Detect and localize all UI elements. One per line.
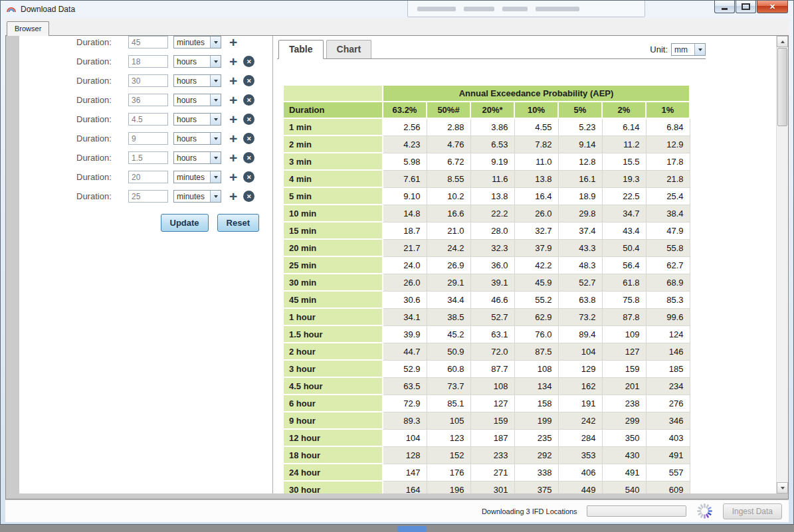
table-row: 12 hour104123187235284350403 — [283, 429, 690, 446]
add-duration-button[interactable]: + — [229, 191, 237, 203]
table-row: 15 min18.721.028.032.737.443.447.9 — [283, 222, 690, 239]
duration-unit-select[interactable]: minutes — [173, 171, 221, 183]
duration-unit-value: minutes — [174, 37, 210, 48]
duration-value-input[interactable] — [128, 113, 168, 126]
update-button[interactable]: Update — [161, 214, 209, 232]
duration-row: Duration:minutes+✕ — [76, 36, 272, 49]
scroll-up-button[interactable] — [777, 36, 788, 47]
dropdown-arrow-icon[interactable] — [210, 37, 221, 48]
minimize-button[interactable] — [714, 1, 735, 13]
column-header: 20%* — [470, 102, 514, 118]
duration-unit-value: hours — [174, 133, 210, 144]
duration-unit-select[interactable]: minutes — [173, 36, 221, 48]
duration-unit-select[interactable]: hours — [173, 74, 221, 87]
table-header-row: Duration 63.2%50%#20%*10%5%2%1% — [283, 102, 690, 118]
duration-unit-select[interactable]: hours — [173, 132, 221, 145]
remove-duration-button[interactable]: ✕ — [243, 133, 254, 144]
duration-unit-select[interactable]: hours — [173, 151, 221, 164]
dropdown-arrow-icon[interactable] — [210, 133, 221, 144]
duration-cell: 5 min — [283, 187, 383, 205]
value-cell: 63.5 — [383, 377, 427, 395]
value-cell: 52.9 — [383, 360, 427, 377]
dropdown-arrow-icon[interactable] — [210, 94, 221, 106]
value-cell: 72.9 — [383, 395, 427, 412]
value-cell: 8.55 — [427, 170, 470, 187]
dropdown-arrow-icon[interactable] — [694, 44, 705, 55]
reset-button[interactable]: Reset — [217, 214, 259, 232]
add-duration-button[interactable]: + — [229, 171, 237, 183]
duration-unit-value: hours — [174, 75, 210, 86]
add-duration-button[interactable]: + — [229, 133, 237, 145]
duration-cell: 24 hour — [283, 464, 383, 481]
duration-value-input[interactable] — [128, 190, 168, 203]
value-cell: 62.9 — [514, 308, 558, 325]
duration-unit-select[interactable]: hours — [173, 55, 221, 68]
value-cell: 17.8 — [646, 153, 690, 170]
value-cell: 238 — [602, 395, 646, 412]
table-row: 1 hour34.138.552.762.973.287.899.6 — [283, 308, 690, 325]
dropdown-arrow-icon[interactable] — [210, 171, 221, 183]
value-cell: 5.98 — [383, 153, 427, 170]
remove-duration-button[interactable]: ✕ — [243, 94, 254, 106]
add-duration-button[interactable]: + — [229, 75, 237, 87]
duration-cell: 30 hour — [283, 481, 383, 493]
dropdown-arrow-icon[interactable] — [210, 114, 221, 125]
duration-unit-select[interactable]: minutes — [173, 190, 221, 203]
dropdown-arrow-icon[interactable] — [210, 75, 221, 86]
vertical-scrollbar[interactable] — [776, 36, 788, 493]
value-cell: 45.2 — [427, 325, 470, 343]
duration-unit-select[interactable]: hours — [173, 94, 221, 106]
duration-value-input[interactable] — [128, 74, 168, 87]
duration-value-input[interactable] — [128, 94, 168, 106]
value-cell: 108 — [470, 377, 514, 395]
add-duration-button[interactable]: + — [229, 56, 237, 68]
duration-value-input[interactable] — [128, 55, 168, 68]
tab-table[interactable]: Table — [278, 40, 324, 59]
value-cell: 152 — [427, 446, 470, 464]
value-cell: 4.23 — [383, 135, 427, 153]
value-cell: 299 — [602, 412, 646, 429]
add-duration-button[interactable]: + — [229, 94, 237, 106]
value-cell: 32.3 — [470, 239, 514, 256]
duration-unit-select[interactable]: hours — [173, 113, 221, 126]
value-cell: 375 — [514, 481, 558, 493]
value-cell: 12.8 — [558, 153, 602, 170]
value-cell: 403 — [646, 429, 690, 446]
ingest-data-button[interactable]: Ingest Data — [723, 503, 782, 519]
dropdown-arrow-icon[interactable] — [210, 56, 221, 67]
dropdown-arrow-icon[interactable] — [210, 152, 221, 163]
minimize-icon — [722, 8, 728, 10]
add-duration-button[interactable]: + — [229, 152, 237, 164]
add-duration-button[interactable]: + — [229, 37, 237, 48]
duration-row: Duration:hours+✕ — [76, 132, 272, 145]
close-button[interactable]: ✕ — [757, 1, 788, 13]
unit-select[interactable]: mm — [671, 43, 706, 56]
value-cell: 104 — [383, 429, 427, 446]
value-cell: 127 — [470, 395, 514, 412]
scroll-down-button[interactable] — [777, 482, 788, 493]
value-cell: 63.1 — [470, 325, 514, 343]
duration-value-input[interactable] — [128, 132, 168, 145]
duration-label: Duration: — [76, 191, 118, 201]
tab-chart[interactable]: Chart — [326, 40, 372, 58]
scrollbar-thumb[interactable] — [777, 48, 787, 126]
dropdown-arrow-icon[interactable] — [210, 191, 221, 202]
duration-value-input[interactable] — [128, 36, 168, 48]
value-cell: 22.5 — [602, 187, 646, 205]
value-cell: 9.14 — [558, 135, 602, 153]
duration-value-input[interactable] — [128, 151, 168, 164]
table-row: 2 hour44.750.972.087.5104127146 — [283, 343, 690, 360]
tab-browser[interactable]: Browser — [7, 21, 49, 36]
remove-duration-button[interactable]: ✕ — [243, 191, 254, 202]
remove-duration-button[interactable]: ✕ — [243, 56, 254, 67]
maximize-button[interactable] — [736, 1, 756, 13]
remove-duration-button[interactable]: ✕ — [243, 152, 254, 163]
remove-duration-button[interactable]: ✕ — [243, 114, 254, 125]
add-duration-button[interactable]: + — [229, 114, 237, 126]
value-cell: 491 — [602, 464, 646, 481]
remove-duration-button[interactable]: ✕ — [243, 171, 254, 183]
duration-value-input[interactable] — [128, 171, 168, 183]
duration-cell: 18 hour — [283, 446, 383, 464]
remove-duration-button[interactable]: ✕ — [243, 75, 254, 86]
value-cell: 9.10 — [383, 187, 427, 205]
